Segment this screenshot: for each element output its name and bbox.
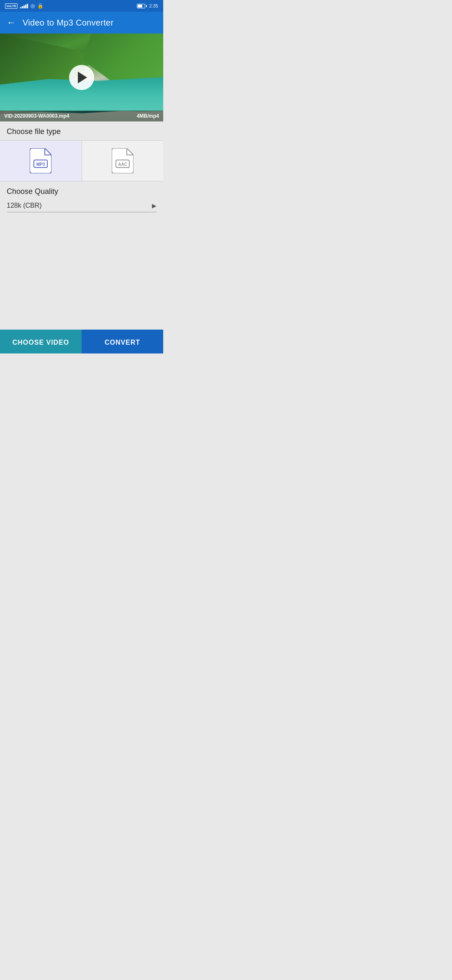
signal-strength <box>20 3 28 8</box>
back-button[interactable]: ← <box>7 17 16 28</box>
app-title: Video to Mp3 Converter <box>23 18 113 28</box>
status-left: VoLTE ◎ 🔒 <box>5 3 44 9</box>
play-button[interactable] <box>69 65 94 90</box>
battery-indicator <box>137 4 147 8</box>
status-right: 2:35 <box>137 3 158 8</box>
quality-label: Choose Quality <box>7 187 157 196</box>
video-filesize: 4MB/mp4 <box>137 113 159 119</box>
tab-mp3[interactable]: MP3 <box>0 141 82 181</box>
app-bar: ← Video to Mp3 Converter <box>0 12 163 34</box>
tab-aac[interactable]: AAC <box>82 141 164 181</box>
mp3-icon: MP3 <box>30 148 51 173</box>
bottom-buttons: CHOOSE VIDEO CONVERT <box>0 330 163 353</box>
status-bar: VoLTE ◎ 🔒 2:35 <box>0 0 163 12</box>
volte-indicator: VoLTE <box>5 3 18 9</box>
aac-icon: AAC <box>112 148 134 173</box>
quality-section: Choose Quality 128k (CBR) ▶ <box>0 181 163 212</box>
file-type-tabs: MP3 AAC <box>0 141 163 181</box>
clock: 2:35 <box>149 3 158 8</box>
dropdown-arrow-icon: ▶ <box>152 202 157 209</box>
video-preview: VID-20200903-WA0003.mp4 4MB/mp4 <box>0 34 163 121</box>
circle-icon: ◎ <box>31 3 35 9</box>
play-icon <box>78 72 87 83</box>
svg-text:AAC: AAC <box>118 162 127 167</box>
video-filename: VID-20200903-WA0003.mp4 <box>4 113 69 119</box>
video-info-bar: VID-20200903-WA0003.mp4 4MB/mp4 <box>0 111 163 121</box>
convert-button[interactable]: CONVERT <box>82 330 163 353</box>
content-area: Choose file type MP3 AAC <box>0 121 163 330</box>
spacer <box>0 212 163 330</box>
choose-video-button[interactable]: CHOOSE VIDEO <box>0 330 82 353</box>
quality-value: 128k (CBR) <box>7 202 152 209</box>
svg-text:MP3: MP3 <box>36 162 45 167</box>
file-type-label: Choose file type <box>0 121 163 140</box>
quality-select-row[interactable]: 128k (CBR) ▶ <box>7 202 157 212</box>
lock-icon: 🔒 <box>37 3 44 9</box>
